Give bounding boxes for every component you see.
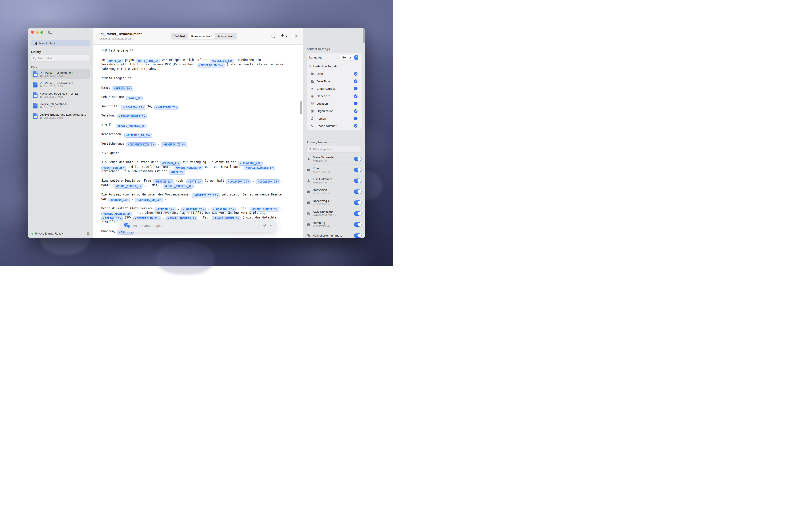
pii-tag-phone_number_1[interactable]: <PHONE_NUMBER_1> [114,184,143,189]
language-dropdown[interactable]: German [340,55,359,60]
checkmark-icon[interactable] [354,87,357,90]
files-heading: Files [31,66,90,69]
chevron-up-icon[interactable] [270,225,272,227]
tab-anonymized[interactable]: Anonymized [214,33,236,39]
pii-tag-person_10[interactable]: <PERSON_10> [112,87,133,91]
zoom-button[interactable] [41,31,43,34]
mapping-toggle[interactable] [354,168,362,172]
pii-tag-email_address_5[interactable]: <EMAIL_ADDRESS_5> [244,166,275,170]
filter-input[interactable] [313,148,360,151]
paragraph: Anschrift: <LOCATION_13> 34, <LOCATION_2… [101,104,294,109]
file-item[interactable]: Factsheet_F0GBR04YTG_5216. Jan. 2026, 14… [31,90,90,100]
checkmark-icon[interactable] [354,79,357,83]
mapping-row: Maria Schneider<PERSON_1> [306,153,362,165]
pii-tag-organization_6[interactable]: <ORGANIZATION_6> [126,142,156,147]
redaction-targets-header[interactable]: Redaction Targets [309,62,359,70]
document-scrollbar[interactable] [300,101,302,115]
document-header: PII_Parser_Testdokument Edited 16. Jan. … [93,28,303,45]
file-search-field[interactable] [31,55,90,62]
search-input[interactable] [37,57,88,60]
mapping-toggle[interactable] [354,190,362,194]
redaction-target-phone-number[interactable]: Phone Number [309,122,359,130]
file-item[interactable]: 260106 Erläuterung Lohndeklarati...16. J… [31,111,90,121]
person-icon [306,179,310,182]
panel-scrollbar[interactable] [363,28,365,43]
file-item[interactable]: PII_Parser_Testdokument16. Jan. 2026, 16… [31,80,90,90]
settings-card: Language German Redaction Targets DateDa… [306,53,362,130]
checkmark-icon[interactable] [354,110,357,113]
mapping-toggle[interactable] [354,178,362,183]
calendar-clock-icon [310,80,314,83]
pii-tag-date_2[interactable]: <DATE_2> [169,170,185,175]
panel-toggle-icon [293,34,297,38]
redaction-targets-label: Redaction Targets [313,65,338,68]
checkmark-icon[interactable] [354,72,357,76]
pii-tag-generic_id_25[interactable]: <GENERIC_ID_25> [124,133,152,138]
checkmark-icon[interactable] [354,94,357,98]
pii-tag-date_4[interactable]: <DATE_4> [126,96,143,100]
pii-tag-generic_id_23[interactable]: <GENERIC_ID_23> [192,193,219,198]
pii-tag-email_address_4[interactable]: <EMAIL_ADDRESS_4> [116,124,147,128]
mapping-toggle[interactable] [354,234,362,238]
chat-bubbles-icon [124,223,130,228]
pii-tag-location_28[interactable]: <LOCATION_28> [154,105,179,110]
document-line: **Zeugen:** [101,151,294,155]
search-icon [308,148,311,151]
document-line: Kennzeichen: <GENERIC_ID_25> [101,132,294,137]
paragraph: **Zeugen:** [101,151,294,155]
redaction-target-organization[interactable]: Organization [309,107,359,115]
pii-tag-location_13[interactable]: <LOCATION_13> [121,105,145,110]
redaction-target-generic-id[interactable]: Generic Id [309,92,359,100]
redaction-target-date-time[interactable]: Date Time [309,77,359,85]
send-icon[interactable] [262,224,267,227]
redaction-target-email-address[interactable]: @Email Address [309,85,359,92]
main-content: PII_Parser_Testdokument Edited 16. Jan. … [93,28,303,238]
status-text: Privacy Engine: Ready [35,232,85,235]
paragraph: Eine weitere Zeugin war Frau <PERSON_12>… [101,178,294,188]
pii-tag-person_13[interactable]: <PERSON_13> [109,198,130,202]
compose-icon [34,42,37,45]
pii-tag-email_address_1[interactable]: <EMAIL_ADDRESS_1> [163,184,194,189]
new-artifact-button[interactable]: New Artifact [31,40,90,46]
share-button[interactable] [281,34,287,39]
redaction-target-person[interactable]: Person [309,115,359,122]
file-item[interactable]: PII_Parser_Testdokument16. Jan. 2026, 16… [31,69,90,79]
chevron-down-icon [285,35,287,37]
checkmark-icon[interactable] [354,117,357,120]
target-label: Phone Number [317,124,351,128]
inspector-panel: Artifact Settings Language German Redact… [303,28,365,238]
file-item[interactable]: invoice_200523825616. Jan. 2026, 14:31 [31,101,90,111]
inspector-toggle-button[interactable] [293,34,297,38]
redaction-target-list: DateDate Time@Email AddressGeneric IdLoc… [309,70,359,130]
paragraph: Geburtsdatum: <DATE_4> [101,95,294,99]
chat-bar[interactable] [120,220,277,232]
mapping-toggle[interactable] [354,222,362,227]
file-name: PII_Parser_Testdokument [40,71,73,74]
sidebar-toggle-icon[interactable] [48,30,52,34]
pii-tag-phone_number_5[interactable]: <PHONE_NUMBER_5> [117,114,147,119]
pii-tag-location_25[interactable]: <LOCATION_25> [256,179,280,184]
chat-input[interactable] [133,224,260,227]
pii-tag-generic_id_8[interactable]: <GENERIC_ID_8> [161,142,187,147]
tab-full-text[interactable]: Full Text [171,33,188,39]
minimize-button[interactable] [36,31,39,34]
map-icon [306,190,310,193]
search-button[interactable] [271,34,275,39]
mapping-toggle[interactable] [354,156,362,161]
pii-tag-generic_id_10[interactable]: <GENERIC_ID_10> [135,198,163,202]
mapping-toggle[interactable] [354,200,362,205]
mapping-code: <LOCATION_1> [313,170,352,173]
mapping-toggle[interactable] [354,211,362,216]
checkmark-icon[interactable] [354,102,357,105]
pii-tag-location_24[interactable]: <LOCATION_24> [226,179,251,184]
gear-icon[interactable]: ⚙︎ [86,232,89,236]
close-button[interactable] [31,31,34,34]
pii-tag-generic_id_24[interactable]: <GENERIC_ID_24> [197,63,225,68]
redaction-target-date[interactable]: Date [309,70,359,77]
mapping-code: <LOCATION_3> [313,203,352,206]
checkmark-icon[interactable] [354,124,357,128]
tab-pseudonymized[interactable]: Pseudonymized [188,33,214,39]
redaction-target-location[interactable]: Location [309,100,359,107]
document-view[interactable]: **Unfallhergang:**Am <DATE_3> gegen <DAT… [93,45,303,238]
filter-mappings-field[interactable] [306,146,362,153]
